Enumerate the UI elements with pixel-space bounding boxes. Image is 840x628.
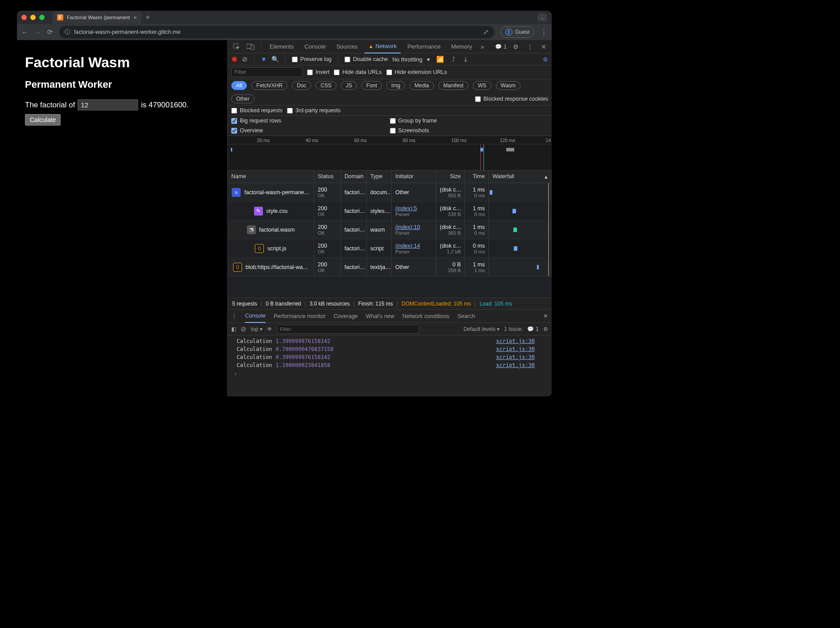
group-frame-checkbox[interactable]: Group by frame bbox=[390, 118, 549, 124]
type-filter-doc[interactable]: Doc bbox=[292, 81, 311, 90]
import-har-icon[interactable]: ⤴ bbox=[450, 56, 457, 63]
table-row[interactable]: ≡factorial-wasm-permane… 200OK factori… … bbox=[228, 183, 552, 202]
type-filter-js[interactable]: JS bbox=[341, 81, 357, 90]
context-select[interactable]: top ▾ bbox=[251, 326, 262, 332]
third-party-checkbox[interactable]: 3rd-party requests bbox=[287, 107, 340, 114]
tab-performance[interactable]: Performance bbox=[403, 40, 444, 53]
levels-select[interactable]: Default levels ▾ bbox=[463, 326, 500, 332]
console-issues-button[interactable]: 💬 1 bbox=[527, 326, 539, 332]
console-log-line[interactable]: Calculation1.100000023841858script.js:30 bbox=[228, 361, 552, 369]
type-filter-manifest[interactable]: Manifest bbox=[438, 81, 468, 90]
factorial-input[interactable] bbox=[78, 99, 138, 110]
console-log-line[interactable]: Calculation1.399999976158142script.js:30 bbox=[228, 337, 552, 345]
drawer-tab-console[interactable]: Console bbox=[245, 310, 266, 323]
hide-data-urls-checkbox[interactable]: Hide data URLs bbox=[334, 69, 381, 75]
filter-input[interactable] bbox=[231, 67, 303, 77]
disable-cache-checkbox[interactable]: Disable cache bbox=[344, 56, 388, 62]
type-filter-fetchxhr[interactable]: Fetch/XHR bbox=[251, 81, 287, 90]
issues-button[interactable]: 💬 1 bbox=[495, 44, 507, 50]
close-window-button[interactable] bbox=[21, 15, 27, 20]
site-info-icon[interactable]: ⓘ bbox=[65, 28, 70, 36]
col-name[interactable]: Name bbox=[228, 171, 314, 183]
record-button[interactable] bbox=[231, 56, 238, 62]
table-row[interactable]: ⟨⟩script.js 200OK factori… script (index… bbox=[228, 239, 552, 258]
col-initiator[interactable]: Initiator bbox=[392, 171, 436, 183]
network-conditions-icon[interactable]: 📶 bbox=[434, 56, 446, 63]
drawer-tab-perfmon[interactable]: Performance monitor bbox=[274, 313, 326, 319]
console-log-line[interactable]: Calculation0.399999976158142script.js:30 bbox=[228, 353, 552, 361]
type-filter-img[interactable]: Img bbox=[386, 81, 405, 90]
settings-icon[interactable]: ⚙ bbox=[511, 43, 520, 50]
col-waterfall[interactable]: Waterfall▴ bbox=[489, 171, 552, 183]
col-time[interactable]: Time bbox=[465, 171, 489, 183]
screenshots-checkbox[interactable]: Screenshots bbox=[390, 127, 549, 134]
clear-console-icon[interactable]: ⊘ bbox=[241, 325, 246, 333]
back-button[interactable]: ← bbox=[21, 29, 28, 36]
window-menu-button[interactable]: ⌄ bbox=[537, 13, 547, 21]
browser-menu-icon[interactable]: ⋮ bbox=[541, 28, 547, 36]
table-row[interactable]: ⬔factorial.wasm 200OK factori… wasm (ind… bbox=[228, 220, 552, 239]
maximize-window-button[interactable] bbox=[39, 15, 45, 20]
more-tabs-icon[interactable]: » bbox=[479, 43, 486, 50]
log-source-link[interactable]: script.js:30 bbox=[496, 346, 543, 352]
blocked-requests-checkbox[interactable]: Blocked requests bbox=[231, 107, 283, 114]
reload-button[interactable]: ⟳ bbox=[47, 28, 53, 36]
console-log-line[interactable]: Calculation0.7000000476837158script.js:3… bbox=[228, 345, 552, 353]
tab-elements[interactable]: Elements bbox=[266, 40, 298, 53]
col-status[interactable]: Status bbox=[314, 171, 341, 183]
type-filter-wasm[interactable]: Wasm bbox=[496, 81, 521, 90]
invert-checkbox[interactable]: Invert bbox=[307, 69, 329, 75]
new-tab-button[interactable]: + bbox=[146, 13, 150, 21]
type-filter-media[interactable]: Media bbox=[410, 81, 434, 90]
close-tab-icon[interactable]: × bbox=[133, 14, 137, 21]
zoom-icon[interactable]: ⤢ bbox=[483, 28, 489, 36]
log-source-link[interactable]: script.js:30 bbox=[496, 338, 543, 344]
log-source-link[interactable]: script.js:30 bbox=[496, 362, 543, 368]
col-type[interactable]: Type bbox=[367, 171, 392, 183]
throttling-select[interactable]: No throttling ▾ bbox=[393, 56, 430, 63]
tab-memory[interactable]: Memory bbox=[447, 40, 476, 53]
clear-button[interactable]: ⊘ bbox=[242, 55, 248, 63]
type-filter-font[interactable]: Font bbox=[361, 81, 382, 90]
console-sidebar-icon[interactable]: ◧ bbox=[231, 326, 236, 332]
browser-tab[interactable]: F Factorial Wasm (permanent × bbox=[53, 11, 141, 24]
tab-console[interactable]: Console bbox=[300, 40, 330, 53]
col-domain[interactable]: Domain bbox=[341, 171, 367, 183]
console-settings-icon[interactable]: ⚙ bbox=[543, 326, 548, 332]
forward-button[interactable]: → bbox=[34, 29, 41, 36]
drawer-tab-whatsnew[interactable]: What's new bbox=[366, 313, 394, 319]
drawer-tab-coverage[interactable]: Coverage bbox=[334, 313, 358, 319]
log-source-link[interactable]: script.js:30 bbox=[496, 354, 543, 360]
tab-network[interactable]: ▲Network bbox=[365, 40, 401, 53]
calculate-button[interactable]: Calculate bbox=[25, 114, 61, 126]
export-har-icon[interactable]: ⤓ bbox=[461, 56, 470, 63]
drawer-menu-icon[interactable]: ⋮ bbox=[231, 313, 237, 319]
devtools-menu-icon[interactable]: ⋮ bbox=[525, 43, 535, 50]
table-row[interactable]: ⟨⟩blob:https://factorial-wa… 200OK facto… bbox=[228, 258, 552, 277]
preserve-log-checkbox[interactable]: Preserve log bbox=[292, 56, 332, 62]
table-row[interactable]: ✎style.css 200OK factori… styles… (index… bbox=[228, 202, 552, 220]
filter-toggle-icon[interactable]: ▼ bbox=[261, 56, 267, 63]
overview-checkbox[interactable]: Overview bbox=[231, 127, 390, 134]
search-icon[interactable]: 🔍 bbox=[271, 56, 279, 63]
network-settings-icon[interactable]: ⚙ bbox=[543, 56, 548, 63]
close-devtools-icon[interactable]: ✕ bbox=[539, 43, 548, 50]
type-filter-ws[interactable]: WS bbox=[473, 81, 491, 90]
profile-button[interactable]: 👤 Guest bbox=[500, 26, 534, 38]
big-rows-checkbox[interactable]: Big request rows bbox=[231, 118, 390, 124]
tab-sources[interactable]: Sources bbox=[332, 40, 362, 53]
type-filter-css[interactable]: CSS bbox=[316, 81, 336, 90]
drawer-tab-netcond[interactable]: Network conditions bbox=[402, 313, 450, 319]
console-prompt[interactable]: › bbox=[228, 369, 552, 379]
address-bar[interactable]: ⓘ factorial-wasm-permanent-worker.glitch… bbox=[59, 26, 494, 38]
device-toggle-icon[interactable] bbox=[245, 44, 256, 50]
timeline-overview[interactable]: 20 ms40 ms60 ms80 ms100 ms120 ms14 bbox=[228, 136, 552, 171]
inspect-icon[interactable] bbox=[231, 43, 242, 50]
minimize-window-button[interactable] bbox=[30, 15, 36, 20]
hide-ext-urls-checkbox[interactable]: Hide extension URLs bbox=[386, 69, 447, 75]
close-drawer-icon[interactable]: ✕ bbox=[543, 313, 548, 319]
col-size[interactable]: Size bbox=[436, 171, 465, 183]
type-filter-all[interactable]: All bbox=[231, 81, 247, 90]
console-filter-input[interactable] bbox=[277, 325, 419, 334]
drawer-tab-search[interactable]: Search bbox=[458, 313, 475, 319]
